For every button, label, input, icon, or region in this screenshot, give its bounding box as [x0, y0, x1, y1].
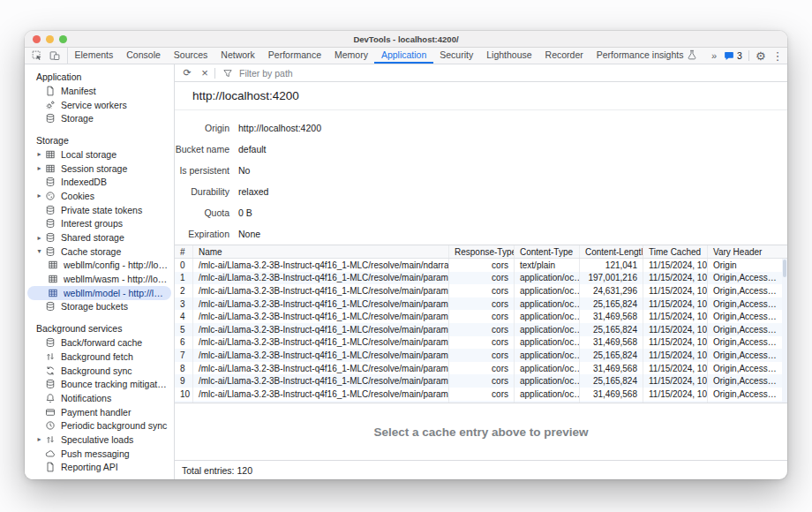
table-row[interactable]: 5 /mlc-ai/Llama-3.2-3B-Instruct-q4f16_1-… — [175, 323, 787, 336]
devtools-window: DevTools - localhost:4200/ Elements Cons… — [25, 31, 787, 479]
expander-icon[interactable]: ▸ — [34, 435, 45, 443]
cell-time-cached: 11/15/2024, 10… — [643, 336, 707, 350]
sidebar-item-storage[interactable]: Storage — [27, 111, 171, 125]
cell-content-type: application/oc… — [514, 323, 579, 336]
cell-vary-header: Origin,Access… — [707, 284, 787, 297]
table-row[interactable]: 3 /mlc-ai/Llama-3.2-3B-Instruct-q4f16_1-… — [175, 297, 787, 311]
col-header-content-type[interactable]: Content-Type — [514, 245, 579, 258]
col-header-time-cached[interactable]: Time Cached — [643, 245, 707, 258]
col-header-vary-header[interactable]: Vary Header — [707, 245, 787, 258]
cell-content-length: 25,165,824 — [579, 374, 643, 388]
cell-name: /mlc-ai/Llama-3.2-3B-Instruct-q4f16_1-ML… — [192, 323, 448, 336]
cell-vary-header: Origin,Access… — [707, 362, 787, 375]
sidebar-item-periodic-background-sync[interactable]: Periodic background sync — [27, 418, 171, 433]
sidebar-item-notifications[interactable]: Notifications — [27, 391, 171, 405]
col-header-name[interactable]: Name — [192, 245, 448, 258]
tab-performance[interactable]: Performance — [261, 48, 327, 64]
tab-elements[interactable]: Elements — [68, 48, 120, 64]
sidebar-item-webllm-model-selected[interactable]: webllm/model - http://loc… — [27, 286, 171, 300]
tab-network[interactable]: Network — [214, 48, 262, 64]
cell-time-cached: 11/15/2024, 10… — [643, 284, 707, 297]
more-menu-icon[interactable]: ⋮ — [772, 50, 784, 62]
expander-icon[interactable]: ▸ — [34, 164, 45, 172]
cache-storage-panel: ⟳ × http://localhost:4200 Origin http://… — [175, 64, 787, 479]
device-toolbar-icon[interactable] — [49, 50, 60, 61]
inspect-element-icon[interactable] — [32, 50, 42, 61]
expander-icon[interactable]: ▸ — [34, 192, 45, 200]
table-row[interactable]: 0 /mlc-ai/Llama-3.2-3B-Instruct-q4f16_1-… — [175, 259, 787, 272]
tab-performance-insights[interactable]: Performance insights — [590, 48, 704, 64]
settings-gear-icon[interactable]: ⚙ — [756, 50, 766, 62]
devtools-tabbar: Elements Console Sources Network Perform… — [25, 48, 787, 64]
table-row[interactable]: 1 /mlc-ai/Llama-3.2-3B-Instruct-q4f16_1-… — [175, 272, 787, 285]
table-row-partially-visible[interactable]: 11 /mlc-ai/Llama-3.2-3B-Instruct-q4f16_1… — [175, 401, 787, 403]
tab-sources[interactable]: Sources — [167, 48, 214, 64]
cell-content-length: 31,469,568 — [579, 310, 643, 323]
close-window-button[interactable] — [33, 35, 41, 43]
cell-time-cached: 11/15/2024, 10… — [643, 259, 707, 272]
table-row[interactable]: 8 /mlc-ai/Llama-3.2-3B-Instruct-q4f16_1-… — [175, 362, 787, 375]
cell-response-type: cors — [448, 362, 514, 375]
tab-memory[interactable]: Memory — [327, 48, 374, 64]
sidebar-item-cookies[interactable]: ▸ Cookies — [27, 189, 171, 203]
cell-content-length: 121,041 — [579, 259, 643, 272]
cell-time-cached: 11/15/2024, 10… — [643, 310, 707, 323]
sidebar-item-back-forward-cache[interactable]: Back/forward cache — [27, 335, 171, 350]
sidebar-item-interest-groups[interactable]: Interest groups — [27, 217, 171, 231]
sidebar-item-bounce-tracking-mitigations[interactable]: Bounce tracking mitigations — [27, 377, 171, 391]
sidebar-item-background-sync[interactable]: Background sync — [27, 364, 171, 378]
table-row[interactable]: 7 /mlc-ai/Llama-3.2-3B-Instruct-q4f16_1-… — [175, 349, 787, 362]
tab-recorder[interactable]: Recorder — [538, 48, 590, 64]
tab-application[interactable]: Application — [374, 48, 432, 64]
col-header-content-length[interactable]: Content-Length — [579, 245, 643, 258]
table-row[interactable]: 4 /mlc-ai/Llama-3.2-3B-Instruct-q4f16_1-… — [175, 310, 787, 323]
scrollbar-thumb[interactable] — [783, 260, 786, 277]
sidebar-item-speculative-loads[interactable]: ▸ Speculative loads — [27, 433, 171, 447]
cell-index: 6 — [175, 336, 192, 350]
sidebar-item-shared-storage[interactable]: ▸ Shared storage — [27, 230, 171, 245]
status-bar: Total entries: 120 — [175, 460, 787, 479]
clear-icon[interactable]: × — [197, 67, 213, 79]
tab-console[interactable]: Console — [120, 48, 168, 64]
sidebar-item-local-storage[interactable]: ▸ Local storage — [27, 147, 171, 162]
cell-index: 1 — [175, 272, 192, 285]
cell-time-cached: 11/15/2024, 10… — [643, 272, 707, 285]
cell-vary-header: Origin,Access… — [707, 297, 787, 311]
cell-index: 8 — [175, 362, 192, 375]
col-header-response-type[interactable]: Response-Type — [448, 245, 514, 258]
table-row[interactable]: 2 /mlc-ai/Llama-3.2-3B-Instruct-q4f16_1-… — [175, 284, 787, 297]
expander-icon[interactable]: ▸ — [34, 234, 45, 242]
sidebar-item-manifest[interactable]: Manifest — [27, 84, 171, 98]
tab-lighthouse[interactable]: Lighthouse — [480, 48, 538, 64]
more-tabs-chevron-icon[interactable]: » — [711, 50, 718, 61]
sidebar-item-service-workers[interactable]: Service workers — [27, 98, 171, 112]
table-scrollbar[interactable] — [782, 259, 787, 403]
sidebar-item-background-fetch[interactable]: Background fetch — [27, 350, 171, 364]
issues-badge[interactable]: 3 — [724, 50, 742, 61]
sidebar-item-session-storage[interactable]: ▸ Session storage — [27, 162, 171, 176]
table-row[interactable]: 10 /mlc-ai/Llama-3.2-3B-Instruct-q4f16_1… — [175, 388, 787, 401]
expander-icon[interactable]: ▾ — [34, 247, 45, 255]
col-header-index[interactable]: # — [175, 245, 192, 258]
tab-security[interactable]: Security — [433, 48, 480, 64]
sidebar-item-cache-storage[interactable]: ▾ Cache storage — [27, 245, 171, 259]
sidebar-item-webllm-config[interactable]: webllm/config - http://loc… — [27, 259, 171, 273]
cell-index: 2 — [175, 284, 192, 297]
expander-icon[interactable]: ▸ — [34, 150, 45, 158]
sidebar-item-private-state-tokens[interactable]: Private state tokens — [27, 203, 171, 217]
table-row[interactable]: 9 /mlc-ai/Llama-3.2-3B-Instruct-q4f16_1-… — [175, 374, 787, 388]
sidebar-item-reporting-api[interactable]: Reporting API — [27, 461, 171, 475]
sidebar-item-storage-buckets[interactable]: Storage buckets — [27, 300, 171, 314]
zoom-window-button[interactable] — [59, 35, 67, 43]
sidebar-item-payment-handler[interactable]: Payment handler — [27, 405, 171, 419]
section-background-services: Background services Back/forward cache B… — [25, 321, 174, 474]
sidebar-item-push-messaging[interactable]: Push messaging — [27, 447, 171, 461]
table-row[interactable]: 6 /mlc-ai/Llama-3.2-3B-Instruct-q4f16_1-… — [175, 336, 787, 350]
clock-icon — [45, 420, 56, 431]
minimize-window-button[interactable] — [46, 35, 54, 43]
sidebar-item-webllm-wasm[interactable]: webllm/wasm - http://loca… — [27, 272, 171, 286]
sidebar-item-indexeddb[interactable]: IndexedDB — [27, 175, 171, 189]
cell-index: 0 — [175, 259, 192, 272]
refresh-icon[interactable]: ⟳ — [179, 68, 195, 78]
filter-by-path-input[interactable] — [237, 67, 467, 79]
